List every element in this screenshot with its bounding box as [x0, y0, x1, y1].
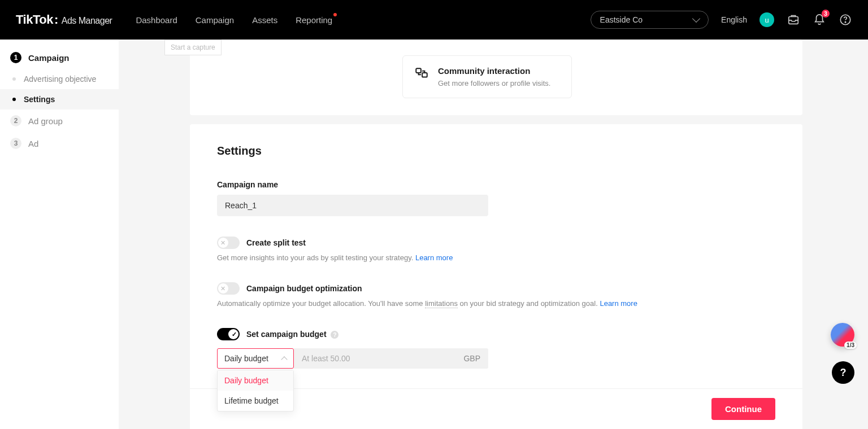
logo-separator: : — [54, 12, 58, 27]
inbox-icon[interactable] — [787, 13, 800, 27]
budget-option-daily[interactable]: Daily budget — [218, 370, 293, 391]
substep-label: Advertising objective — [24, 75, 96, 84]
budget-amount-input[interactable] — [302, 348, 463, 369]
settings-heading: Settings — [217, 145, 775, 157]
cbo-row: ✕ Campaign budget optimization — [217, 282, 775, 295]
svg-rect-4 — [422, 73, 427, 77]
chevron-down-icon — [692, 15, 700, 23]
x-icon: ✕ — [220, 239, 225, 247]
objective-community-interaction[interactable]: Community interaction Get more followers… — [402, 55, 572, 98]
step-campaign[interactable]: 1 Campaign — [0, 46, 119, 69]
notification-badge: 3 — [822, 10, 830, 17]
account-selector[interactable]: Eastside Co — [591, 11, 709, 29]
left-sidebar: 1 Campaign Advertising objective Setting… — [0, 40, 119, 429]
split-test-row: ✕ Create split test — [217, 237, 775, 249]
logo-main: TikTok — [16, 12, 53, 27]
cbo-label: Campaign budget optimization — [246, 284, 362, 293]
budget-type-selected: Daily budget — [224, 354, 268, 363]
objective-card-spacer — [402, 40, 572, 45]
bullet-icon — [12, 98, 16, 101]
objective-desc: Get more followers or profile visits. — [438, 79, 550, 87]
split-test-desc: Get more insights into your ads by split… — [217, 253, 775, 262]
step-ad[interactable]: 3 Ad — [0, 132, 119, 155]
objectives-panel-partial: Start a capture Community interaction Ge… — [190, 40, 802, 115]
nav-dashboard[interactable]: Dashboard — [136, 15, 177, 25]
budget-amount-wrap: GBP — [294, 348, 488, 369]
set-budget-row: ✓ Set campaign budget ? — [217, 328, 775, 340]
cbo-learn-more-link[interactable]: Learn more — [600, 299, 637, 308]
main-content: Start a capture Community interaction Ge… — [119, 40, 868, 429]
step-number: 3 — [10, 138, 21, 149]
logo[interactable]: TikTok : Ads Manager — [16, 12, 112, 27]
settings-panel: Settings Campaign name ✕ Create split te… — [190, 124, 802, 402]
community-icon — [414, 66, 429, 87]
cbo-limitations-tooltip[interactable]: limitations — [425, 299, 458, 308]
campaign-name-label: Campaign name — [217, 180, 775, 189]
notification-dot-icon — [333, 13, 337, 16]
user-avatar[interactable]: u — [760, 12, 774, 27]
substep-label: Settings — [24, 95, 55, 104]
floating-help-button[interactable]: ? — [832, 361, 854, 384]
check-icon: ✓ — [232, 331, 237, 338]
step-label: Ad — [28, 139, 38, 148]
x-icon: ✕ — [220, 285, 225, 292]
set-budget-toggle[interactable]: ✓ — [217, 328, 240, 340]
account-name: Eastside Co — [600, 15, 643, 24]
language-selector[interactable]: English — [721, 15, 747, 24]
page-scroll: Start a capture Community interaction Ge… — [119, 40, 868, 429]
main-nav: Dashboard Campaign Assets Reporting — [136, 15, 332, 25]
nav-campaign[interactable]: Campaign — [196, 15, 234, 25]
cbo-toggle[interactable]: ✕ — [217, 282, 240, 295]
cbo-desc: Automatically optimize your budget alloc… — [217, 299, 775, 308]
step-number: 1 — [10, 52, 21, 63]
split-test-learn-more-link[interactable]: Learn more — [415, 253, 453, 262]
step-label: Ad group — [28, 116, 63, 126]
header-right: Eastside Co English u 3 — [591, 11, 852, 29]
split-test-label: Create split test — [246, 238, 306, 247]
logo-subtitle: Ads Manager — [62, 16, 112, 26]
svg-rect-3 — [416, 68, 421, 73]
bell-icon[interactable]: 3 — [813, 13, 826, 27]
nav-assets[interactable]: Assets — [252, 15, 277, 25]
help-tooltip-icon[interactable]: ? — [331, 331, 338, 339]
continue-button[interactable]: Continue — [711, 398, 775, 420]
set-budget-label: Set campaign budget ? — [246, 330, 338, 339]
substep-settings[interactable]: Settings — [0, 89, 119, 110]
campaign-name-input[interactable] — [217, 195, 488, 216]
bullet-icon — [12, 77, 16, 81]
budget-type-select[interactable]: Daily budget — [217, 348, 294, 369]
nav-reporting[interactable]: Reporting — [296, 15, 332, 25]
compass-widget[interactable]: 1/3 — [831, 323, 854, 347]
objective-text: Community interaction Get more followers… — [438, 66, 550, 87]
budget-type-dropdown: Daily budget Lifetime budget — [217, 370, 294, 412]
step-label: Campaign — [28, 53, 70, 63]
split-test-toggle[interactable]: ✕ — [217, 237, 240, 249]
step-ad-group[interactable]: 2 Ad group — [0, 110, 119, 132]
chevron-up-icon — [281, 356, 287, 362]
budget-option-lifetime[interactable]: Lifetime budget — [218, 391, 293, 411]
substep-advertising-objective[interactable]: Advertising objective — [0, 69, 119, 89]
top-header: TikTok : Ads Manager Dashboard Campaign … — [0, 0, 868, 40]
step-number: 2 — [10, 115, 21, 126]
help-icon[interactable] — [839, 13, 852, 27]
compass-count: 1/3 — [844, 342, 857, 349]
capture-ghost-button[interactable]: Start a capture — [164, 40, 222, 55]
objective-title: Community interaction — [438, 66, 550, 76]
budget-row: Daily budget GBP Daily budget Lifetime b… — [217, 348, 775, 369]
budget-currency: GBP — [463, 354, 480, 363]
svg-point-2 — [845, 21, 845, 22]
